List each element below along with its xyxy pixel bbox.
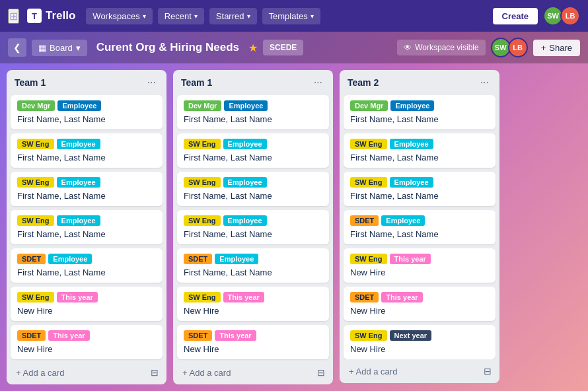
card-labels-1-3: SW EngEmployee bbox=[184, 215, 322, 226]
card-2-1[interactable]: SW EngEmployeeFirst Name, Last Name bbox=[344, 133, 496, 168]
card-template-icon-0[interactable]: ⊟ bbox=[148, 365, 161, 380]
card-title-2-4: New Hire bbox=[350, 267, 489, 277]
label-0-0-1: Employee bbox=[57, 100, 101, 111]
card-labels-1-2: SW EngEmployee bbox=[184, 177, 322, 188]
card-title-1-2: First Name, Last Name bbox=[184, 191, 322, 201]
card-0-2[interactable]: SW EngEmployeeFirst Name, Last Name bbox=[11, 172, 163, 206]
workspace-tag[interactable]: SCEDE bbox=[263, 40, 303, 55]
card-labels-2-5: SDETThis year bbox=[350, 292, 489, 302]
board-avatar-group: SW LB bbox=[491, 38, 528, 57]
card-0-0[interactable]: Dev MgrEmployeeFirst Name, Last Name bbox=[11, 95, 163, 129]
trello-logo-text: Trello bbox=[46, 9, 75, 22]
card-labels-0-2: SW EngEmployee bbox=[17, 177, 156, 188]
card-2-6[interactable]: SW EngNext yearNew Hire bbox=[344, 325, 496, 359]
card-1-5[interactable]: SW EngThis yearNew Hire bbox=[177, 287, 329, 321]
card-1-2[interactable]: SW EngEmployeeFirst Name, Last Name bbox=[177, 172, 329, 206]
board-type-icon: ▦ bbox=[38, 43, 46, 53]
list-header-0: Team 1··· bbox=[7, 70, 166, 95]
label-1-0-1: Employee bbox=[224, 100, 268, 111]
card-1-4[interactable]: SDETEmployeeFirst Name, Last Name bbox=[177, 248, 329, 283]
list-menu-button-0[interactable]: ··· bbox=[145, 75, 159, 90]
card-title-2-0: First Name, Last Name bbox=[350, 114, 489, 124]
add-card-button-1[interactable]: + Add a card bbox=[178, 365, 235, 380]
label-2-3-0: SDET bbox=[350, 215, 379, 226]
workspaces-menu[interactable]: Workspaces ▾ bbox=[86, 8, 152, 24]
card-title-2-1: First Name, Last Name bbox=[350, 153, 489, 162]
starred-menu[interactable]: Starred ▾ bbox=[209, 8, 257, 24]
list-header-1: Team 1··· bbox=[173, 70, 333, 95]
card-2-3[interactable]: SDETEmployeeFirst Name, Last Name bbox=[344, 210, 496, 244]
card-2-2[interactable]: SW EngEmployeeFirst Name, Last Name bbox=[344, 172, 496, 206]
trello-logo-icon: T bbox=[27, 9, 42, 23]
add-card-button-0[interactable]: + Add a card bbox=[12, 365, 68, 380]
card-1-1[interactable]: SW EngEmployeeFirst Name, Last Name bbox=[177, 133, 329, 168]
label-2-2-0: SW Eng bbox=[350, 177, 387, 188]
visibility-button[interactable]: 👁 Workspace visible bbox=[397, 40, 485, 55]
card-0-4[interactable]: SDETEmployeeFirst Name, Last Name bbox=[11, 248, 163, 283]
label-1-5-0: SW Eng bbox=[184, 292, 221, 302]
recent-menu[interactable]: Recent ▾ bbox=[158, 8, 204, 24]
avatar-lb[interactable]: LB bbox=[560, 6, 580, 26]
card-template-icon-1[interactable]: ⊟ bbox=[314, 365, 328, 380]
label-2-5-0: SDET bbox=[350, 292, 379, 302]
card-2-0[interactable]: Dev MgrEmployeeFirst Name, Last Name bbox=[344, 95, 496, 129]
card-1-3[interactable]: SW EngEmployeeFirst Name, Last Name bbox=[177, 210, 329, 244]
label-1-4-1: Employee bbox=[215, 254, 258, 264]
label-2-1-0: SW Eng bbox=[350, 139, 387, 149]
label-0-1-1: Employee bbox=[57, 139, 100, 149]
create-button[interactable]: Create bbox=[493, 8, 538, 24]
card-0-5[interactable]: SW EngThis yearNew Hire bbox=[11, 287, 163, 321]
templates-chevron: ▾ bbox=[311, 13, 314, 20]
card-1-0[interactable]: Dev MgrEmployeeFirst Name, Last Name bbox=[177, 95, 329, 129]
starred-label: Starred bbox=[216, 11, 244, 21]
list-footer-2: + Add a card⊟ bbox=[340, 359, 499, 383]
card-labels-2-2: SW EngEmployee bbox=[350, 177, 489, 188]
list-menu-button-2[interactable]: ··· bbox=[478, 75, 492, 90]
list-cards-0: Dev MgrEmployeeFirst Name, Last NameSW E… bbox=[7, 95, 166, 361]
label-1-6-1: This year bbox=[215, 330, 256, 341]
visibility-icon: 👁 bbox=[404, 43, 412, 52]
card-0-6[interactable]: SDETThis yearNew Hire bbox=[11, 325, 163, 359]
star-button[interactable]: ★ bbox=[248, 42, 258, 54]
card-1-6[interactable]: SDETThis yearNew Hire bbox=[177, 325, 329, 359]
grid-icon[interactable]: ⊞ bbox=[8, 9, 19, 24]
list-header-2: Team 2··· bbox=[340, 70, 499, 95]
board-content: Team 1···Dev MgrEmployeeFirst Name, Last… bbox=[0, 63, 588, 391]
label-1-2-0: SW Eng bbox=[184, 177, 221, 188]
list-cards-2: Dev MgrEmployeeFirst Name, Last NameSW E… bbox=[340, 95, 499, 359]
board-avatar-lb[interactable]: LB bbox=[508, 38, 528, 57]
list-list2: Team 1···Dev MgrEmployeeFirst Name, Last… bbox=[173, 70, 333, 384]
label-0-2-0: SW Eng bbox=[17, 177, 54, 188]
add-card-button-2[interactable]: + Add a card bbox=[345, 364, 401, 379]
list-menu-button-1[interactable]: ··· bbox=[311, 75, 325, 90]
label-0-3-1: Employee bbox=[57, 215, 100, 226]
label-0-2-1: Employee bbox=[57, 177, 100, 188]
templates-menu[interactable]: Templates ▾ bbox=[262, 8, 320, 24]
card-2-4[interactable]: SW EngThis yearNew Hire bbox=[344, 248, 496, 283]
trello-logo: T Trello bbox=[27, 9, 75, 23]
label-2-6-0: SW Eng bbox=[350, 330, 387, 341]
app-wrapper: ⊞ T Trello Workspaces ▾ Recent ▾ Starred… bbox=[0, 0, 588, 391]
sidebar-toggle[interactable]: ❮ bbox=[8, 38, 26, 57]
card-labels-0-4: SDETEmployee bbox=[17, 254, 156, 264]
card-template-icon-2[interactable]: ⊟ bbox=[481, 363, 494, 379]
card-labels-2-0: Dev MgrEmployee bbox=[350, 100, 489, 111]
card-title-1-4: First Name, Last Name bbox=[184, 267, 322, 277]
label-2-0-1: Employee bbox=[390, 100, 434, 111]
workspaces-chevron: ▾ bbox=[143, 13, 146, 20]
board-view-chevron: ▾ bbox=[76, 43, 81, 53]
card-2-5[interactable]: SDETThis yearNew Hire bbox=[344, 287, 496, 321]
share-button[interactable]: + Share bbox=[533, 40, 580, 56]
board-view-button[interactable]: ▦ Board ▾ bbox=[32, 40, 87, 56]
card-0-3[interactable]: SW EngEmployeeFirst Name, Last Name bbox=[11, 210, 163, 244]
board-type-label: Board bbox=[50, 43, 73, 53]
label-1-1-0: SW Eng bbox=[184, 139, 221, 149]
card-title-0-2: First Name, Last Name bbox=[17, 191, 156, 201]
card-0-1[interactable]: SW EngEmployeeFirst Name, Last Name bbox=[11, 133, 163, 168]
label-0-5-0: SW Eng bbox=[17, 292, 54, 302]
label-0-4-0: SDET bbox=[17, 254, 46, 264]
label-2-2-1: Employee bbox=[390, 177, 433, 188]
card-labels-2-4: SW EngThis year bbox=[350, 254, 489, 264]
list-list1: Team 1···Dev MgrEmployeeFirst Name, Last… bbox=[7, 70, 166, 384]
label-0-4-1: Employee bbox=[48, 254, 92, 264]
